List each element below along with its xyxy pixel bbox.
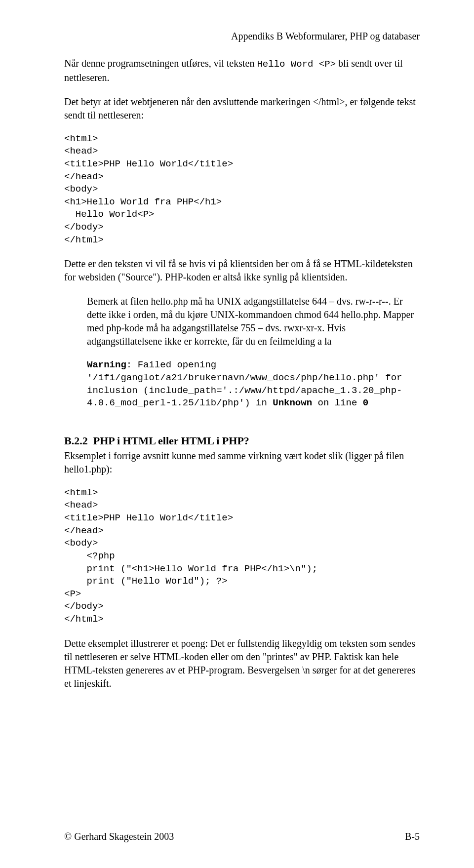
- warning-line-3: inclusion (include_path='.:/www/httpd/ap…: [87, 385, 420, 397]
- paragraph-3: Dette er den teksten vi vil få se hvis v…: [64, 257, 420, 284]
- para1-text-a: Når denne programsetningen utføres, vil …: [64, 58, 257, 69]
- footer-right: B-5: [405, 830, 420, 843]
- paragraph-5: Dette eksemplet illustrerer et poeng: De…: [64, 637, 420, 690]
- warning-line-4a: 4.0.6_mod_perl-1.25/lib/php') in: [87, 397, 273, 408]
- spacer: [64, 421, 420, 430]
- footer-left: © Gerhard Skagestein 2003: [64, 830, 174, 843]
- section-heading: B.2.2 PHP i HTML eller HTML i PHP?: [64, 434, 420, 448]
- warning-line-2: '/ifi/ganglot/a21/brukernavn/www_docs/ph…: [87, 372, 420, 385]
- warning-line-1: Warning: Failed opening: [87, 359, 420, 372]
- indent-paragraph-1: Bemerk at filen hello.php må ha UNIX adg…: [87, 295, 420, 348]
- section-title: PHP i HTML eller HTML i PHP?: [93, 434, 249, 447]
- section-number: B.2.2: [64, 434, 88, 447]
- indented-section: Bemerk at filen hello.php må ha UNIX adg…: [87, 295, 420, 410]
- paragraph-4: Eksemplet i forrige avsnitt kunne med sa…: [64, 449, 420, 476]
- warning-bold-1: Warning: [87, 359, 126, 370]
- page-footer: © Gerhard Skagestein 2003 B-5: [64, 830, 420, 843]
- code-block-1: <html> <head> <title>PHP Hello World</ti…: [64, 133, 420, 247]
- para1-inline-code: Hello Word <P>: [257, 59, 336, 70]
- warning-block: Warning: Failed opening '/ifi/ganglot/a2…: [87, 359, 420, 410]
- paragraph-1: Når denne programsetningen utføres, vil …: [64, 57, 420, 84]
- warning-line-1b: : Failed opening: [126, 359, 216, 370]
- warning-bold-3: 0: [363, 397, 368, 408]
- warning-line-4b: on line: [312, 397, 363, 408]
- page-header-right: Appendiks B Webformularer, PHP og databa…: [64, 30, 420, 43]
- warning-bold-2: Unknown: [273, 397, 312, 408]
- paragraph-2: Det betyr at idet webtjeneren når den av…: [64, 95, 420, 122]
- warning-line-4: 4.0.6_mod_perl-1.25/lib/php') in Unknown…: [87, 397, 420, 410]
- code-block-2: <html> <head> <title>PHP Hello World</ti…: [64, 487, 420, 626]
